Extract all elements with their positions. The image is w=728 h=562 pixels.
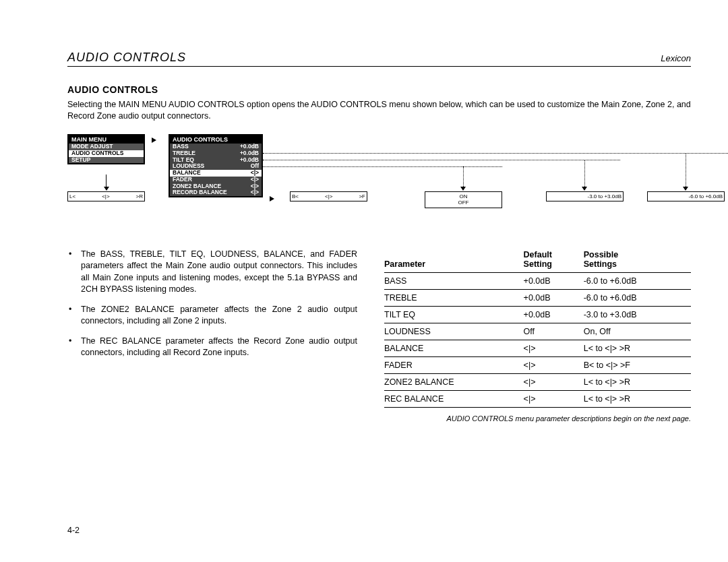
table-row: LOUDNESSOffOn, Off <box>384 323 691 340</box>
table-cell-param: FADER <box>384 356 524 373</box>
basstreble-range-box: -6.0 to +6.0dB <box>647 191 725 202</box>
table-column: Parameter Default Setting Possible Setti… <box>384 249 691 423</box>
connector-line <box>686 153 686 188</box>
bullet-item: The BASS, TREBLE, TILT EQ, LOUDNESS, BAL… <box>81 249 357 296</box>
header-left: AUDIO CONTROLS <box>67 51 186 65</box>
bullet-item: The REC BALANCE parameter affects the Re… <box>81 336 357 359</box>
audio-menu-item: RECORD BALANCE<|> <box>170 189 262 196</box>
audio-controls-menu-box: AUDIO CONTROLS BASS+0.0dBTREBLE+0.0dBTIL… <box>169 134 263 197</box>
balance-lr-box: L< <|> >R <box>67 191 145 202</box>
section-title: AUDIO CONTROLS <box>67 84 691 95</box>
table-cell-default: +0.0dB <box>524 289 584 306</box>
table-cell-possible: L< to <|> >R <box>584 390 691 407</box>
connector-line <box>263 166 502 167</box>
table-cell-param: BASS <box>384 272 524 289</box>
table-cell-default: +0.0dB <box>524 272 584 289</box>
fader-bf-box: B< <|> >F <box>290 191 367 202</box>
table-cell-possible: L< to <|> >R <box>584 340 691 356</box>
table-cell-possible: -6.0 to +6.0dB <box>584 272 691 289</box>
balance-c: <|> <box>102 193 109 200</box>
table-cell-possible: B< to <|> >F <box>584 356 691 373</box>
th-default: Default Setting <box>524 249 584 272</box>
bullet-item: The ZONE2 BALANCE parameter affects the … <box>81 304 357 327</box>
header-right: Lexicon <box>661 53 691 63</box>
table-cell-possible: On, Off <box>584 323 691 340</box>
table-cell-param: TILT EQ <box>384 306 524 323</box>
table-row: BALANCE<|>L< to <|> >R <box>384 340 691 356</box>
table-cell-param: ZONE2 BALANCE <box>384 373 524 390</box>
table-row: TREBLE+0.0dB-6.0 to +6.0dB <box>384 289 691 306</box>
connector-line <box>106 175 107 188</box>
table-row: BASS+0.0dB-6.0 to +6.0dB <box>384 272 691 289</box>
balance-l: L< <box>69 193 75 200</box>
connector-line <box>463 166 464 188</box>
arrow-down-icon <box>683 187 688 191</box>
table-cell-param: LOUDNESS <box>384 323 524 340</box>
page: AUDIO CONTROLS Lexicon AUDIO CONTROLS Se… <box>0 0 728 562</box>
fader-b: B< <box>292 193 299 200</box>
content-area: AUDIO CONTROLS Selecting the MAIN MENU A… <box>67 84 691 423</box>
running-header: AUDIO CONTROLS Lexicon <box>67 51 691 67</box>
arrow-down-icon <box>582 187 587 191</box>
bullet-column: The BASS, TREBLE, TILT EQ, LOUDNESS, BAL… <box>67 249 357 423</box>
two-column-layout: The BASS, TREBLE, TILT EQ, LOUDNESS, BAL… <box>67 249 691 423</box>
th-possible: Possible Settings <box>584 249 691 272</box>
table-cell-possible: -3.0 to +3.0dB <box>584 306 691 323</box>
table-cell-param: BALANCE <box>384 340 524 356</box>
fader-c: <|> <box>325 193 332 200</box>
table-row: TILT EQ+0.0dB-3.0 to +3.0dB <box>384 306 691 323</box>
table-row: FADER<|>B< to <|> >F <box>384 356 691 373</box>
connector-line <box>263 153 728 154</box>
table-cell-default: <|> <box>524 356 584 373</box>
table-row: ZONE2 BALANCE<|>L< to <|> >R <box>384 373 691 390</box>
table-cell-param: TREBLE <box>384 289 524 306</box>
arrow-right-icon <box>152 137 156 143</box>
table-cell-default: <|> <box>524 340 584 356</box>
fader-f: >F <box>359 193 365 200</box>
balance-r: >R <box>136 193 143 200</box>
parameters-table: Parameter Default Setting Possible Setti… <box>384 249 691 408</box>
table-cell-possible: -6.0 to +6.0dB <box>584 289 691 306</box>
table-footnote: AUDIO CONTROLS menu parameter descriptio… <box>384 414 691 423</box>
arrow-right-icon <box>270 196 274 201</box>
th-parameter: Parameter <box>384 249 524 272</box>
main-menu-box: MAIN MENU MODE ADJUSTAUDIO CONTROLSSETUP <box>67 134 145 165</box>
connector-line <box>584 160 585 188</box>
arrow-down-icon <box>460 187 466 191</box>
arrow-down-icon <box>104 187 109 191</box>
main-menu-item: SETUP <box>69 157 144 164</box>
loudness-onoff-box: ON OFF <box>425 191 502 208</box>
tilteq-range-box: -3.0 to +3.0dB <box>546 191 624 202</box>
table-cell-default: <|> <box>524 390 584 407</box>
page-number: 4-2 <box>67 526 80 535</box>
table-cell-default: Off <box>524 323 584 340</box>
menu-diagram: MAIN MENU MODE ADJUSTAUDIO CONTROLSSETUP… <box>67 134 691 232</box>
table-cell-param: REC BALANCE <box>384 390 524 407</box>
table-cell-default: +0.0dB <box>524 306 584 323</box>
bullet-list: The BASS, TREBLE, TILT EQ, LOUDNESS, BAL… <box>67 249 357 359</box>
table-cell-default: <|> <box>524 373 584 390</box>
intro-paragraph: Selecting the MAIN MENU AUDIO CONTROLS o… <box>67 99 691 122</box>
table-cell-possible: L< to <|> >R <box>584 373 691 390</box>
table-row: REC BALANCE<|>L< to <|> >R <box>384 390 691 407</box>
connector-line <box>263 160 620 160</box>
